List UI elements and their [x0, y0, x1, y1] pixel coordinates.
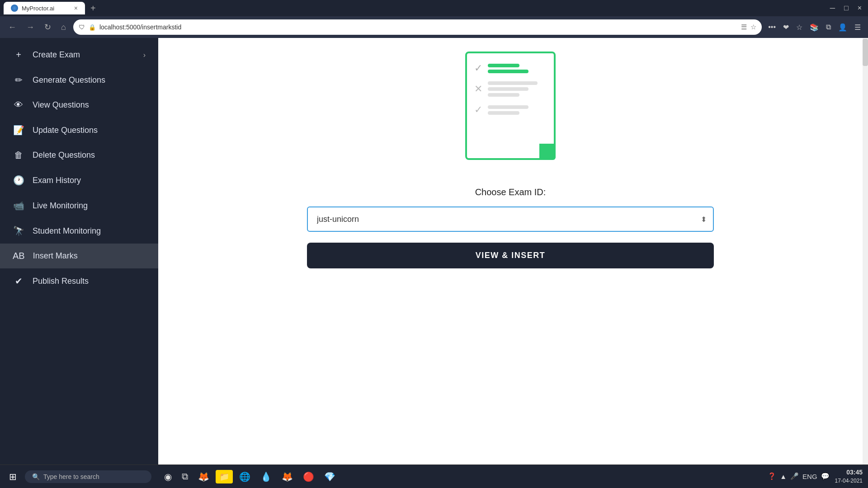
- taskbar-app-2[interactable]: 📁: [216, 470, 233, 483]
- student-monitoring-icon: 🔭: [13, 225, 24, 236]
- taskbar: ⊞ 🔍 Type here to search ◉ ⧉ 🦊 📁 🌐 💧 🦊 🔴 …: [0, 465, 868, 488]
- student-monitoring-label: Student Monitoring: [33, 226, 101, 236]
- line-4: [488, 87, 528, 91]
- sidebar-item-live-monitoring[interactable]: 📹Live Monitoring: [0, 193, 158, 218]
- pocket-icon[interactable]: ❤: [781, 21, 791, 33]
- scrollbar-right[interactable]: [863, 38, 868, 465]
- close-button[interactable]: ×: [855, 3, 864, 13]
- url-text[interactable]: localhost:5000/insertmarkstid: [99, 23, 737, 31]
- notification-icon[interactable]: 💬: [821, 472, 830, 480]
- profile-icon[interactable]: 👤: [836, 21, 849, 33]
- exam-history-icon: 🕐: [13, 175, 24, 186]
- reload-button[interactable]: ↻: [42, 20, 54, 34]
- insert-marks-label: Insert Marks: [33, 251, 78, 261]
- update-questions-icon: 📝: [13, 125, 24, 136]
- taskbar-right: ❓ ▲ 🎤 ENG 💬 03:45 17-04-2021: [768, 468, 863, 484]
- sidebar-item-create-exam[interactable]: +Create Exam›: [0, 42, 158, 67]
- taskbar-app-4[interactable]: 💧: [257, 469, 275, 484]
- generate-questions-icon: ✏: [13, 75, 24, 85]
- bookmark-icon[interactable]: ☆: [750, 23, 756, 31]
- line-5: [488, 93, 519, 97]
- taskbar-center-icons: ◉ ⧉ 🦊 📁 🌐 💧 🦊 🔴 💎: [160, 469, 339, 484]
- new-tab-button[interactable]: +: [87, 3, 99, 14]
- choose-label: Choose Exam ID:: [307, 187, 714, 197]
- shield-icon: 🛡: [79, 23, 85, 31]
- back-button[interactable]: ←: [5, 21, 19, 34]
- menu-icon[interactable]: ☰: [853, 21, 863, 33]
- task-view-icon[interactable]: ⧉: [178, 469, 192, 483]
- cortana-icon[interactable]: ◉: [160, 469, 175, 484]
- taskbar-app-7[interactable]: 💎: [321, 469, 339, 484]
- sidebar-item-update-questions[interactable]: 📝Update Questions: [0, 117, 158, 143]
- exam-illustration: ✓ ✕ ✓: [456, 52, 565, 169]
- search-icon: 🔍: [32, 473, 40, 480]
- forward-button[interactable]: →: [24, 21, 37, 34]
- main-content: ✓ ✕ ✓: [158, 38, 863, 465]
- exam-id-select[interactable]: just-unicorn exam-001 exam-002: [307, 206, 714, 232]
- taskbar-app-1[interactable]: 🦊: [194, 469, 213, 484]
- sidebar-item-publish-results[interactable]: ✔Publish Results: [0, 268, 158, 294]
- search-placeholder: Type here to search: [43, 473, 99, 480]
- view-questions-icon: 👁: [13, 100, 24, 110]
- insert-marks-icon: AB: [13, 251, 25, 261]
- delete-questions-label: Delete Questions: [33, 150, 95, 160]
- address-bar[interactable]: 🛡 🔒 localhost:5000/insertmarkstid ☰ ☆: [73, 19, 762, 35]
- exam-card: ✓ ✕ ✓: [465, 52, 556, 160]
- taskbar-search[interactable]: 🔍 Type here to search: [25, 470, 151, 483]
- create-exam-label: Create Exam: [33, 50, 80, 60]
- choose-section: Choose Exam ID: just-unicorn exam-001 ex…: [307, 187, 714, 268]
- chevron-icon[interactable]: ▲: [780, 473, 787, 480]
- publish-results-icon: ✔: [13, 276, 24, 286]
- view-insert-button[interactable]: VIEW & INSERT: [307, 243, 714, 268]
- toolbar-right: ••• ❤ ☆ 📚 ⧉ 👤 ☰: [766, 21, 863, 33]
- clock-time: 03:45: [835, 468, 863, 477]
- sidebar-item-generate-questions[interactable]: ✏Generate Questions: [0, 67, 158, 93]
- live-monitoring-label: Live Monitoring: [33, 201, 88, 211]
- lang-label: ENG: [802, 473, 817, 480]
- taskbar-app-6[interactable]: 🔴: [299, 469, 318, 484]
- line-1: [488, 64, 519, 67]
- star-icon[interactable]: ☆: [794, 21, 804, 33]
- exam-select-wrapper: just-unicorn exam-001 exam-002 ⬍: [307, 206, 714, 232]
- line-3: [488, 81, 538, 85]
- mic-icon[interactable]: 🎤: [790, 472, 799, 480]
- address-bar-actions: ☰ ☆: [741, 23, 756, 31]
- more-icon[interactable]: •••: [766, 21, 778, 33]
- tab-title: MyProctor.ai: [22, 5, 54, 12]
- system-icons: ❓ ▲ 🎤 ENG 💬: [768, 472, 829, 480]
- sidebar-toggle-icon[interactable]: ⧉: [824, 21, 833, 33]
- check-icon-2: ✓: [474, 104, 482, 116]
- sidebar-item-student-monitoring[interactable]: 🔭Student Monitoring: [0, 218, 158, 244]
- check-icon-1: ✓: [474, 62, 482, 74]
- reader-icon[interactable]: ☰: [741, 23, 747, 31]
- sidebar-item-insert-marks[interactable]: ABInsert Marks: [0, 244, 158, 268]
- update-questions-label: Update Questions: [33, 126, 98, 135]
- view-questions-label: View Questions: [33, 100, 89, 110]
- browser-tab[interactable]: MyProctor.ai ×: [4, 2, 85, 14]
- line-7: [488, 111, 519, 115]
- start-button[interactable]: ⊞: [5, 469, 20, 484]
- app-layout: +Create Exam›✏Generate Questions👁View Qu…: [0, 38, 868, 465]
- delete-questions-icon: 🗑: [13, 150, 24, 160]
- help-icon[interactable]: ❓: [768, 472, 776, 480]
- taskbar-app-3[interactable]: 🌐: [236, 469, 254, 484]
- maximize-button[interactable]: □: [841, 3, 851, 13]
- clock-date: 17-04-2021: [835, 477, 863, 485]
- tab-close-button[interactable]: ×: [74, 5, 78, 12]
- lock-icon: 🔒: [89, 24, 96, 31]
- create-exam-arrow-icon: ›: [143, 51, 146, 59]
- library-icon[interactable]: 📚: [808, 21, 821, 33]
- tab-favicon: [11, 5, 18, 12]
- sidebar: +Create Exam›✏Generate Questions👁View Qu…: [0, 38, 158, 465]
- line-2: [488, 70, 528, 73]
- live-monitoring-icon: 📹: [13, 200, 24, 211]
- scrollbar-thumb[interactable]: [863, 39, 868, 66]
- sidebar-item-exam-history[interactable]: 🕐Exam History: [0, 168, 158, 193]
- minimize-button[interactable]: ─: [827, 3, 838, 13]
- sidebar-item-delete-questions[interactable]: 🗑Delete Questions: [0, 143, 158, 168]
- taskbar-app-5[interactable]: 🦊: [278, 469, 297, 484]
- sidebar-item-view-questions[interactable]: 👁View Questions: [0, 93, 158, 117]
- home-button[interactable]: ⌂: [58, 21, 69, 34]
- browser-titlebar: MyProctor.ai × + ─ □ ×: [0, 0, 868, 16]
- cross-icon: ✕: [474, 83, 482, 95]
